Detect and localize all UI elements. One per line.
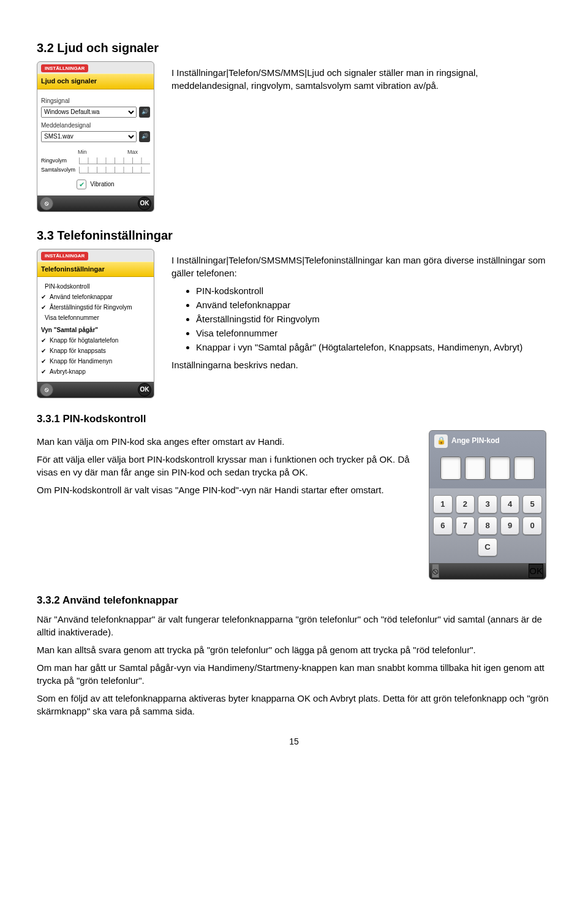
list-item-label: Knapp för Handimenyn	[50, 357, 112, 366]
samtalsvolym-label: Samtalsvolym	[41, 166, 75, 174]
sec332-p3: Om man har gått ur Samtal pågår-vyn via …	[37, 661, 551, 687]
list-item-label: Knapp för högtalartelefon	[50, 336, 118, 345]
sec33-bullets: PIN-kodskontroll Använd telefonknappar Å…	[184, 284, 551, 354]
bullet: Återställningstid för Ringvolym	[196, 313, 551, 325]
checkbox[interactable]: ✔	[41, 303, 46, 312]
phone-mock-pin: 🔒 Ange PIN-kod 1 2 3 4 5 6 7	[429, 430, 551, 580]
checkbox[interactable]: ✔	[41, 347, 46, 355]
list-item-label: Återställningstid för Ringvolym	[50, 303, 132, 312]
sec331-p1: Man kan välja om PIN-kod ska anges efter…	[37, 435, 410, 448]
keypad-key[interactable]: 6	[433, 517, 453, 535]
heading-3-3-2: 3.3.2 Använd telefonknappar	[37, 593, 551, 608]
keypad-key[interactable]: 7	[456, 517, 475, 535]
keypad-key[interactable]: 5	[522, 495, 542, 513]
ringsignal-select[interactable]: Windows Default.wa	[41, 107, 137, 118]
phone-mock-telefon: INSTÄLLNINGAR Telefoninställningar PIN-k…	[37, 249, 159, 398]
lock-icon: 🔒	[434, 434, 448, 448]
cancel-button[interactable]: ⦸	[40, 197, 53, 210]
sec331-p3: Om PIN-kodskontroll är valt visas "Ange …	[37, 483, 410, 496]
keypad-key[interactable]: 1	[433, 495, 453, 513]
sec332-p4: Som en följd av att telefonknapparna akt…	[37, 692, 551, 718]
settings-badge: INSTÄLLNINGAR	[41, 64, 88, 72]
bullet: Använd telefonknappar	[196, 298, 551, 311]
sec33-p1: I Inställningar|Telefon/SMSMMS|Telefonin…	[172, 254, 551, 279]
vibration-checkbox[interactable]: ✔	[77, 180, 86, 189]
heading-3-3-1: 3.3.1 PIN-kodskontroll	[37, 412, 551, 426]
phone-title: Telefoninställningar	[37, 262, 154, 277]
keypad-key[interactable]: 2	[456, 495, 475, 513]
sec332-p2: Man kan alltså svara genom att trycka på…	[37, 643, 551, 656]
list-item-label: Avbryt-knapp	[50, 368, 86, 376]
cancel-button[interactable]: ⦸	[432, 564, 439, 578]
ok-button[interactable]: OK	[138, 383, 151, 396]
keypad-clear[interactable]: C	[478, 538, 497, 556]
ringvolym-label: Ringvolym	[41, 157, 75, 165]
ok-button[interactable]: OK	[529, 564, 543, 578]
keypad-key[interactable]: 3	[478, 495, 497, 513]
vibration-label: Vibration	[90, 180, 114, 189]
pin-title: Ange PIN-kod	[451, 436, 500, 446]
checkbox[interactable]: ✔	[41, 293, 46, 301]
list-item-label: Använd telefonknappar	[50, 293, 113, 301]
subhead: Vyn "Samtal pågår"	[41, 326, 150, 335]
pin-box[interactable]	[465, 456, 486, 480]
pin-box[interactable]	[489, 456, 510, 480]
list-item-label: Knapp för knappsats	[50, 347, 106, 355]
bullet: Knappar i vyn "Samtal pågår" (Högtalarte…	[196, 341, 551, 354]
speaker-icon[interactable]: 🔊	[139, 131, 150, 142]
meddelande-label: Meddelandesignal	[41, 121, 150, 130]
sec32-p1: I Inställningar|Telefon/SMS/MMS|Ljud och…	[172, 66, 551, 92]
pin-box[interactable]	[440, 456, 461, 480]
keypad-key[interactable]: 0	[522, 517, 542, 535]
speaker-icon[interactable]: 🔊	[139, 107, 150, 118]
heading-3-3: 3.3 Telefoninställningar	[37, 227, 551, 244]
sec332-p1: När "Använd telefonknappar" är valt fung…	[37, 613, 551, 638]
keypad-key[interactable]: 9	[500, 517, 520, 535]
list-item-label: PIN-kodskontroll	[45, 282, 89, 291]
samtalsvolym-slider[interactable]	[79, 167, 150, 173]
checkbox[interactable]: ✔	[41, 368, 46, 376]
heading-3-2: 3.2 Ljud och signaler	[37, 39, 551, 56]
pin-box[interactable]	[514, 456, 535, 480]
ringvolym-slider[interactable]	[79, 157, 150, 164]
meddelande-select[interactable]: SMS1.wav	[41, 131, 137, 142]
phone-mock-sound: INSTÄLLNINGAR Ljud och signaler Ringsign…	[37, 61, 159, 212]
sec33-p2: Inställningarna beskrivs nedan.	[172, 358, 551, 371]
min-label: Min	[78, 148, 87, 156]
checkbox[interactable]: ✔	[41, 336, 46, 345]
bullet: Visa telefonnummer	[196, 327, 551, 339]
ok-button[interactable]: OK	[138, 197, 151, 210]
sec331-p2: För att välja eller välja bort PIN-kodsk…	[37, 453, 410, 479]
ringsignal-label: Ringsignal	[41, 97, 150, 105]
page-number: 15	[37, 736, 551, 748]
keypad-key[interactable]: 8	[478, 517, 497, 535]
max-label: Max	[127, 148, 138, 156]
list-item-label: Visa telefonnummer	[45, 314, 99, 322]
keypad-key[interactable]: 4	[500, 495, 520, 513]
settings-badge: INSTÄLLNINGAR	[41, 252, 88, 260]
bullet: PIN-kodskontroll	[196, 284, 551, 297]
cancel-button[interactable]: ⦸	[40, 383, 53, 396]
checkbox[interactable]: ✔	[41, 357, 46, 366]
phone-title: Ljud och signaler	[37, 74, 154, 89]
